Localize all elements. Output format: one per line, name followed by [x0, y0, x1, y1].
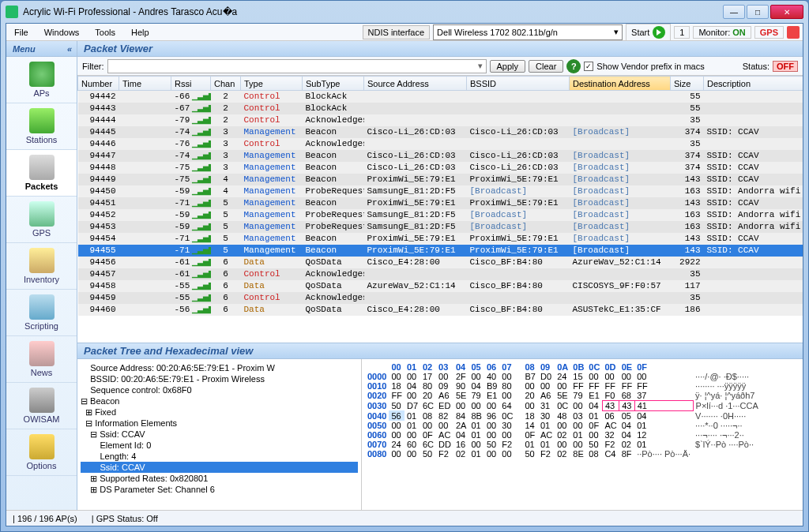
col-description[interactable]: Description [704, 77, 803, 91]
table-row[interactable]: 94452-59▁▃▅▇5ManagementProbeRequestSamsu… [78, 209, 803, 221]
sidebar-item-owisam[interactable]: OWISAM [6, 383, 77, 429]
hex-row[interactable]: 0000000017002F004000 B7D0241500000000···… [365, 372, 761, 381]
sidebar-item-news[interactable]: News [6, 336, 77, 383]
tree-line[interactable]: ⊞ Fixed [81, 406, 358, 418]
tree-line[interactable]: BSSID: 00:20:A6:5E:79:E1 - Proxim Wirele… [81, 373, 358, 384]
table-row[interactable]: 94442-66▁▃▅▇2ControlBlockAck55 [78, 91, 803, 103]
hex-row[interactable]: 0010180480099004B980 000000FFFFFFFFFF···… [365, 381, 761, 391]
apply-button[interactable]: Apply [490, 60, 526, 73]
warn-icon[interactable] [787, 26, 800, 39]
tree-line[interactable]: Length: 4 [81, 451, 358, 462]
table-row[interactable]: 94449-75▁▃▅▇4ManagementBeaconProximWi_5E… [78, 174, 803, 185]
packets-icon [29, 155, 55, 180]
col-destination-address[interactable]: Destination Address [570, 77, 671, 91]
sidebar-item-gps[interactable]: GPS [6, 197, 77, 243]
packet-table-scroll[interactable]: NumberTimeRssiChanTypeSubTypeSource Addr… [77, 76, 803, 343]
options-icon [29, 434, 55, 459]
sidebar: Menu APsStationsPacketsGPSInventoryScrip… [6, 41, 77, 510]
hex-row[interactable]: 0020FF0020A65E79E100 20A65E79E1F06837ÿ· … [365, 391, 761, 401]
col-time[interactable]: Time [119, 77, 171, 91]
count-pill: 1 [674, 26, 690, 39]
menu-tools[interactable]: Tools [87, 25, 123, 39]
col-number[interactable]: Number [78, 77, 119, 91]
col-size[interactable]: Size [671, 77, 704, 91]
minimize-button[interactable]: — [723, 5, 745, 19]
menu-windows[interactable]: Windows [36, 25, 88, 39]
sidebar-item-inventory[interactable]: Inventory [6, 243, 77, 290]
tree-line[interactable]: ⊟ Beacon [81, 395, 358, 406]
tree-line[interactable]: ⊞ Supported Rates: 0x820801 [81, 473, 358, 484]
inventory-icon [29, 248, 55, 273]
iface-select[interactable]: Dell Wireless 1702 802.11b/g/n [433, 24, 623, 40]
gps-icon [29, 201, 55, 227]
hex-view[interactable]: 0001020304050607 08090A0B0C0D0E0F0000000… [362, 359, 803, 510]
packet-tree[interactable]: Source Address: 00:20:A6:5E:79:E1 - Prox… [77, 359, 362, 510]
status-gps: GPS Status: Off [96, 514, 158, 523]
table-row[interactable]: 94458-55▁▃▅▇6DataQoSDataAzureWav_52:C1:1… [78, 280, 803, 292]
start-button[interactable]: Start [626, 24, 671, 41]
table-header-row: NumberTimeRssiChanTypeSubTypeSource Addr… [78, 77, 803, 91]
table-row[interactable]: 94444-79▁▃▅▇2ControlAcknowledges35 [78, 114, 803, 126]
viewer-title: Packet Viewer [77, 41, 803, 57]
tree-line[interactable]: Element Id: 0 [81, 440, 358, 451]
packet-table: NumberTimeRssiChanTypeSubTypeSource Addr… [77, 76, 803, 316]
hex-row[interactable]: 0050000100002A010030 140100000FAC0401···… [365, 421, 761, 430]
col-rssi[interactable]: Rssi [171, 77, 211, 91]
tree-line[interactable]: Ssid: CCAV [81, 462, 358, 473]
sidebar-item-stations[interactable]: Stations [6, 103, 77, 150]
table-row[interactable]: 94445-74▁▃▅▇3ManagementBeaconCisco-Li_26… [78, 126, 803, 138]
table-row[interactable]: 94450-59▁▃▅▇4ManagementProbeRequestSamsu… [78, 185, 803, 197]
sidebar-item-options[interactable]: Options [6, 429, 77, 476]
table-row[interactable]: 94451-71▁▃▅▇5ManagementBeaconProximWi_5E… [78, 197, 803, 209]
titlebar: Acrylic Wi-Fi Professional - Andres Tara… [1, 1, 808, 23]
stations-icon [29, 108, 55, 133]
tree-line[interactable]: Sequence control: 0x68F0 [81, 384, 358, 395]
filter-label: Filter: [82, 62, 104, 71]
close-button[interactable]: ✕ [770, 5, 803, 19]
tree-line[interactable]: ⊟ Ssid: CCAV [81, 429, 358, 440]
tree-line[interactable]: ⊟ Information Elements [81, 418, 358, 429]
clear-button[interactable]: Clear [529, 60, 563, 73]
hex-row[interactable]: 007024606CDD160050F2 0101000050F20201$`l… [365, 440, 761, 449]
table-row[interactable]: 94456-61▁▃▅▇6DataQoSDataCisco_E4:28:00Ci… [78, 257, 803, 268]
tree-line[interactable]: Source Address: 00:20:A6:5E:79:E1 - Prox… [81, 362, 358, 373]
table-row[interactable]: 94448-75▁▃▅▇3ManagementBeaconCisco-Li_26… [78, 162, 803, 174]
table-row[interactable]: 94453-59▁▃▅▇5ManagementProbeRequestSamsu… [78, 221, 803, 233]
gps-pill[interactable]: GPS [754, 26, 784, 39]
table-row[interactable]: 94460-56▁▃▅▇6DataQoSDataCisco_E4:28:00Ci… [78, 304, 803, 316]
table-row[interactable]: 94447-74▁▃▅▇3ManagementBeaconCisco-Li_26… [78, 150, 803, 162]
hex-row[interactable]: 003050D76CED00000064 00310C0004434341P×l… [365, 400, 761, 410]
statusbar: | 196 / 196 AP(s) | GPS Status: Off [6, 510, 803, 526]
sidebar-item-scripting[interactable]: Scripting [6, 290, 77, 336]
table-row[interactable]: 94443-67▁▃▅▇2ControlBlockAck55 [78, 103, 803, 114]
maximize-button[interactable]: □ [747, 5, 769, 19]
owisam-icon [29, 388, 55, 413]
start-label: Start [631, 28, 649, 37]
table-row[interactable]: 94446-76▁▃▅▇3ControlAcknowledges35 [78, 138, 803, 150]
table-row[interactable]: 94454-71▁▃▅▇5ManagementBeaconProximWi_5E… [78, 233, 803, 245]
filterbar: Filter: Apply Clear ? ✓ Show Vendor pref… [77, 57, 803, 76]
col-type[interactable]: Type [241, 77, 303, 91]
col-bssid[interactable]: BSSID [467, 77, 570, 91]
table-row[interactable]: 94459-55▁▃▅▇6ControlAcknowledges35 [78, 292, 803, 304]
sidebar-title[interactable]: Menu [6, 41, 77, 57]
help-icon[interactable]: ? [566, 59, 581, 73]
hex-row[interactable]: 004056010882848B960C 1830480301060504V··… [365, 410, 761, 421]
hex-row[interactable]: 006000000FAC04010000 0FAC020100320412···… [365, 430, 761, 440]
play-icon [653, 26, 665, 39]
hex-row[interactable]: 0080000050F202010000 50F2028E08C48F··Pò·… [365, 449, 761, 459]
table-row[interactable]: 94455-71▁▃▅▇5ManagementBeaconProximWi_5E… [78, 245, 803, 257]
menu-file[interactable]: File [6, 25, 36, 39]
menu-help[interactable]: Help [123, 25, 157, 39]
menubar: FileWindowsToolsHelp NDIS interface Dell… [6, 24, 803, 41]
sidebar-item-packets[interactable]: Packets [6, 150, 77, 197]
sidebar-item-aps[interactable]: APs [6, 57, 77, 103]
col-subtype[interactable]: SubType [303, 77, 364, 91]
filter-input[interactable] [107, 59, 487, 73]
status-label: Status: [743, 62, 769, 71]
vendor-prefix-checkbox[interactable]: ✓ Show Vendor prefix in macs [584, 62, 704, 71]
tree-line[interactable]: ⊞ DS Parameter Set: Channel 6 [81, 484, 358, 495]
col-source-address[interactable]: Source Address [364, 77, 467, 91]
table-row[interactable]: 94457-61▁▃▅▇6ControlAcknowledges35 [78, 268, 803, 280]
col-chan[interactable]: Chan [211, 77, 241, 91]
